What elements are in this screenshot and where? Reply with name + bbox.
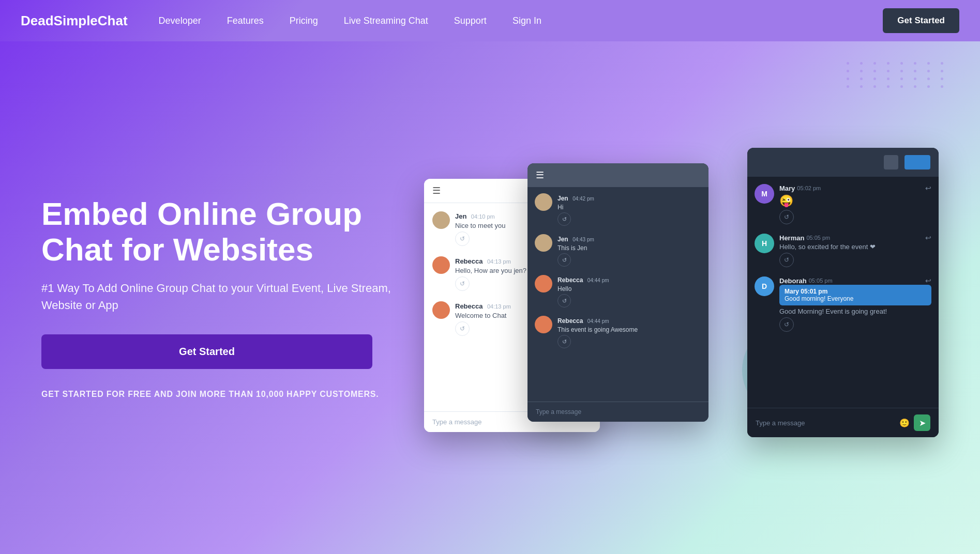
msg-text: Hello, so excited for the event ❤ [779,243,931,251]
msg-sender: Jen [557,195,568,202]
header-icon [884,155,898,170]
hero-content: Embed Online Group Chat for Websites #1 … [41,196,403,398]
input-placeholder: Type a message [756,419,895,427]
msg-emoji: 😜 [779,194,931,208]
reply-icon: ↩ [925,276,931,285]
avatar: M [755,184,774,204]
msg-sender: Mary [779,184,795,192]
msg-time: 04:13 pm [487,303,511,310]
chat-dark2-header [747,148,939,177]
avatar [432,211,450,229]
chat-dark-body: Jen 04:42 pm Hi ↺ Jen 04:43 pm This is J… [527,187,708,355]
nav-developer[interactable]: Developer [159,16,201,26]
msg-text: Welcome to Chat [455,312,511,319]
chat-window-dark2: M Mary 05:02 pm ↩ 😜 ↺ H [747,148,939,437]
list-item: Rebecca 04:44 pm This event is going Awe… [535,316,701,348]
reply-sender: Mary 05:01 pm [785,288,926,295]
avatar [535,275,552,293]
chat-dark2-body: M Mary 05:02 pm ↩ 😜 ↺ H [747,177,939,339]
msg-time: 04:43 pm [572,237,594,242]
reaction-icon: ↺ [455,276,470,291]
hero-title: Embed Online Group Chat for Websites [41,196,403,267]
msg-sender: Rebecca [557,276,583,284]
msg-sender: Rebecca [455,257,483,265]
msg-text: Good Morning! Event is going great! [779,307,931,315]
reply-icon: ↩ [925,184,931,192]
hero-get-started-button[interactable]: Get Started [41,334,372,369]
msg-sender: Rebecca [455,302,483,310]
avatar [535,234,552,252]
list-item: M Mary 05:02 pm ↩ 😜 ↺ [755,184,931,224]
reply-text: Good morning! Everyone [785,295,926,302]
chat-window-dark: ☰ Jen 04:42 pm Hi ↺ Jen [527,163,708,422]
msg-sender: Jen [455,212,466,220]
nav-live-streaming[interactable]: Live Streaming Chat [344,16,428,26]
msg-sender: Jen [557,236,568,243]
msg-sender: Deborah [779,277,807,285]
nav-features[interactable]: Features [227,16,264,26]
msg-text: Hi [557,204,594,211]
nav-get-started-button[interactable]: Get Started [883,8,959,33]
dots-decoration [847,62,949,88]
msg-time: 05:05 pm [809,278,833,284]
reply-icon: ↩ [925,234,931,242]
reaction-icon: ↺ [557,294,571,307]
chat-input-dark[interactable]: Type a message [527,402,708,422]
chat-input-dark2[interactable]: Type a message 🙂 ➤ [747,408,939,437]
nav-pricing[interactable]: Pricing [290,16,318,26]
emoji-icon[interactable]: 🙂 [899,418,910,428]
msg-text: This is Jen [557,244,594,252]
chat-dark-header: ☰ [527,163,708,187]
msg-sender: Rebecca [557,317,583,325]
avatar [432,301,450,319]
avatar: H [755,234,774,253]
msg-time: 04:10 pm [471,213,495,220]
msg-sender: Herman [779,234,804,242]
menu-icon: ☰ [536,170,544,181]
chat-mockups: ☰ Jen 04:10 pm Nice to meet you ↺ [424,148,939,448]
hamburger-icon: ☰ [432,185,441,196]
reaction-icon: ↺ [455,232,470,246]
reaction-icon: ↺ [779,253,794,267]
msg-time: 04:44 pm [587,278,609,283]
hero-section: Embed Online Group Chat for Websites #1 … [0,41,980,554]
hero-tagline: GET STARTED FOR FREE AND JOIN MORE THAN … [41,390,403,399]
msg-time: 04:42 pm [572,196,594,202]
list-item: Jen 04:43 pm This is Jen ↺ [535,234,701,267]
msg-text: Hello [557,285,609,293]
msg-text: Nice to meet you [455,222,506,229]
msg-time: 05:05 pm [806,235,830,241]
reaction-icon: ↺ [557,212,571,226]
reaction-icon: ↺ [455,321,470,336]
nav-support[interactable]: Support [454,16,487,26]
hero-subtitle: #1 Way To Add Online Group Chat to your … [41,280,403,314]
list-item: H Herman 05:05 pm ↩ Hello, so excited fo… [755,234,931,267]
header-btn [904,155,930,170]
reaction-icon: ↺ [779,317,794,332]
reaction-icon: ↺ [779,210,794,224]
list-item: D Deborah 05:05 pm ↩ Mary 05:01 pm Good … [755,276,931,332]
send-button[interactable]: ➤ [914,414,930,431]
nav-signin[interactable]: Sign In [512,16,541,26]
avatar [535,316,552,333]
avatar: D [755,276,774,296]
reply-block: Mary 05:01 pm Good morning! Everyone [779,285,931,305]
avatar [535,193,552,211]
msg-text: This event is going Awesome [557,326,638,333]
reaction-icon: ↺ [557,335,571,348]
list-item: Rebecca 04:44 pm Hello ↺ [535,275,701,307]
msg-time: 04:44 pm [587,318,609,324]
msg-time: 04:13 pm [487,258,511,265]
msg-text: Hello, How are you jen? [455,267,526,274]
brand-logo[interactable]: DeadSimpleChat [21,13,128,29]
msg-time: 05:02 pm [797,185,821,191]
reaction-icon: ↺ [557,253,571,267]
list-item: Jen 04:42 pm Hi ↺ [535,193,701,226]
avatar [432,256,450,274]
